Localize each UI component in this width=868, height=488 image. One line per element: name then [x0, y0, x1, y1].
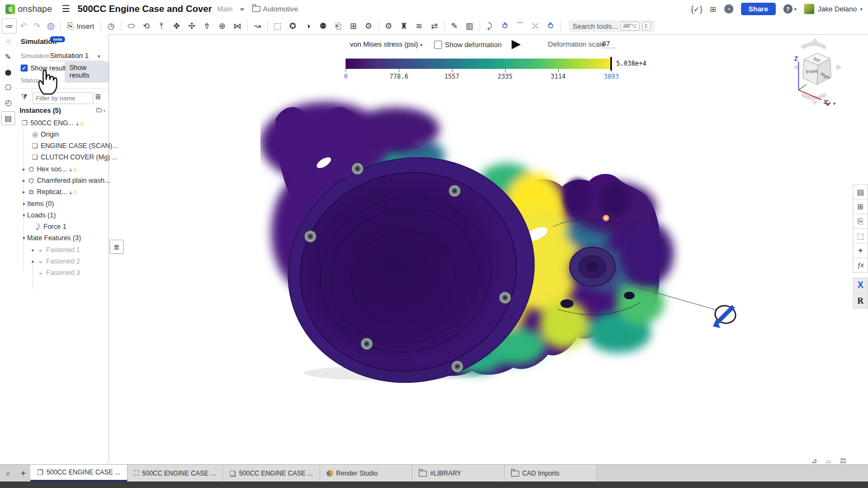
colorbar-max-tick-label[interactable]: 3893: [604, 73, 619, 80]
sim-torque-icon[interactable]: ⥀: [497, 18, 513, 34]
versions-link-icon[interactable]: ⚭: [239, 5, 246, 14]
tree-item-label[interactable]: Replicat...: [37, 188, 67, 196]
section-view-icon[interactable]: ◑: [301, 18, 316, 34]
bom-table-icon[interactable]: ⊞: [853, 199, 868, 214]
tree-item[interactable]: ❏ ENGINE CASE (SCAN)...: [16, 140, 123, 151]
tree-item-label[interactable]: CLUTCH COVER (Mg) ...: [41, 153, 118, 161]
tree-group-mates[interactable]: ▾ Mate Features (3): [16, 233, 113, 243]
view-cube[interactable]: Top Front Right Z X: [786, 36, 851, 112]
rotate-up-arrow-icon[interactable]: [812, 38, 818, 42]
expand-icon[interactable]: ▸: [21, 166, 27, 172]
tree-item[interactable]: ▸ ⌬ Chamfered plain wash...: [16, 175, 113, 186]
tab-render-studio[interactable]: Render Studio: [320, 465, 412, 482]
show-results-label[interactable]: Show results: [30, 65, 69, 72]
gear-stand-icon[interactable]: ♜: [397, 18, 412, 34]
collapse-icon[interactable]: ▾: [21, 201, 27, 207]
workspace-label[interactable]: Main: [218, 5, 233, 13]
tree-item-label[interactable]: Chamfered plain wash...: [37, 177, 110, 184]
mate-connector-icon[interactable]: ↝: [250, 18, 265, 34]
tree-item-fastened[interactable]: ▸ ◒ Fastened 1: [16, 245, 122, 255]
free-drag-icon[interactable]: ✣: [184, 18, 200, 34]
force-arrow-icon[interactable]: [717, 306, 733, 323]
mechanism-icon[interactable]: ⚙: [381, 18, 397, 34]
tree-item-fastened[interactable]: ◒ Fastened 3: [16, 267, 129, 278]
triad-move-icon[interactable]: ⊕: [215, 18, 230, 34]
instance-list-toggle[interactable]: ≔: [2, 18, 17, 34]
insert-item-icon[interactable]: ⁘: [0, 34, 16, 49]
parts-help-icon[interactable]: ⎔: [0, 80, 16, 95]
tree-item-label[interactable]: Fastened 2: [46, 258, 80, 265]
multipart-icon[interactable]: ✦: [853, 243, 868, 258]
variables-icon[interactable]: ƒx: [853, 258, 868, 273]
expand-icon[interactable]: ▸: [21, 189, 27, 195]
tree-item-label[interactable]: Fastened 1: [46, 246, 80, 254]
tree-group-label[interactable]: Mate Features (3): [27, 234, 81, 242]
onshape-logo-text[interactable]: onshape: [18, 4, 52, 14]
collapse-icon[interactable]: ▾: [21, 213, 27, 218]
tree-item-label[interactable]: ENGINE CASE (SCAN)...: [41, 142, 118, 150]
simulation-select-caret-icon[interactable]: ▾: [98, 54, 100, 59]
share-button[interactable]: Share: [741, 3, 776, 15]
user-caret-icon[interactable]: ▾: [860, 7, 863, 12]
tab-cad-imports[interactable]: CAD Imports: [505, 465, 597, 482]
release-icon[interactable]: ◍: [43, 18, 58, 34]
tree-item[interactable]: ❐ 500CC ENG... ⇣⚠: [16, 118, 113, 129]
tree-item-force[interactable]: ⤸ Force 1: [16, 221, 126, 232]
tree-group-label[interactable]: Loads (1): [27, 211, 56, 219]
tree-item[interactable]: ❏ CLUTCH COVER (Mg) ...: [16, 152, 123, 163]
spring-icon[interactable]: ≋: [412, 18, 427, 34]
select-region-icon[interactable]: ⬚: [270, 18, 285, 34]
insert-button[interactable]: ⎘ Insert: [63, 18, 99, 34]
tree-item-label[interactable]: Origin: [41, 131, 59, 138]
comment-icon[interactable]: ⬤: [0, 65, 16, 80]
undo-button[interactable]: ↶: [17, 18, 30, 34]
deformation-scale-value[interactable]: 87: [602, 40, 616, 48]
tree-group-loads[interactable]: ▾ Loads (1): [16, 210, 113, 221]
bom-icon[interactable]: ▥: [462, 18, 477, 34]
help-icon[interactable]: ?: [783, 4, 793, 14]
sim-force-icon[interactable]: ⤸: [482, 18, 497, 34]
new-tab-button[interactable]: +: [16, 465, 30, 482]
replicate-icon[interactable]: ⇄: [427, 18, 442, 34]
tree-item[interactable]: ▸ ⌬ Hex soc... ⇣⚠: [16, 164, 113, 175]
engine-case-stress-model[interactable]: [260, 91, 749, 387]
filter-input[interactable]: [33, 92, 93, 104]
gear-relation-icon[interactable]: ⚙: [361, 18, 376, 34]
tab-library[interactable]: #LIBRARY: [412, 465, 505, 482]
edit-icon[interactable]: ✎: [0, 49, 16, 65]
rotate-instance-icon[interactable]: ⟲: [139, 18, 154, 34]
report-panel-icon[interactable]: ▤: [853, 184, 868, 199]
result-type-dropdown[interactable]: von Mises stress (psi) ▾: [350, 40, 423, 48]
part-extents-icon[interactable]: ⬚: [853, 228, 868, 243]
expand-icon[interactable]: ▸: [21, 178, 27, 183]
annotate-icon[interactable]: ✎: [447, 18, 462, 34]
list-view-icon[interactable]: ≣: [95, 92, 101, 101]
search-tools[interactable]: Search tools... alt/⌥ c: [569, 20, 655, 32]
tree-item[interactable]: ▸ ⧉ Replicat... ⇣⚠: [16, 187, 113, 197]
named-positions-icon[interactable]: ✪: [285, 18, 301, 34]
configuration-icon[interactable]: ⎘: [853, 214, 868, 228]
expand-icon[interactable]: ▸: [30, 247, 36, 253]
load-anchor-marker[interactable]: [603, 215, 609, 221]
main-menu-icon[interactable]: ☰: [62, 3, 70, 15]
tree-group-label[interactable]: Items (0): [27, 200, 54, 208]
show-results-checkbox[interactable]: ✓: [21, 65, 28, 72]
redo-button[interactable]: ↷: [30, 18, 44, 34]
collapse-icon[interactable]: ▾: [21, 235, 27, 241]
display-states-icon[interactable]: ⎗: [331, 18, 346, 34]
help-caret-icon[interactable]: ▾: [794, 7, 797, 12]
rotate-left-arrow-icon[interactable]: [793, 64, 799, 70]
sim-remote-force-icon[interactable]: ⤫: [528, 18, 543, 34]
learning-center-icon[interactable]: ◔: [724, 4, 733, 14]
tab-drawing[interactable]: ❏ 500CC ENGINE CASE ...: [223, 465, 320, 482]
tree-item-label[interactable]: 500CC ENG...: [30, 119, 74, 127]
app-r-icon[interactable]: R: [853, 293, 868, 309]
user-name[interactable]: Jake Delano: [818, 5, 857, 13]
insert-part-icon[interactable]: ⬭: [124, 18, 139, 34]
expand-icon[interactable]: ▸: [30, 259, 36, 264]
feature-list-flyout-button[interactable]: ≣: [110, 240, 124, 254]
tab-search-icon[interactable]: ⌕: [0, 465, 16, 482]
snap-mode-icon[interactable]: ⇮: [200, 18, 215, 34]
filter-icon[interactable]: ⧩: [21, 93, 28, 101]
raise-instance-icon[interactable]: ⤒: [154, 18, 169, 34]
